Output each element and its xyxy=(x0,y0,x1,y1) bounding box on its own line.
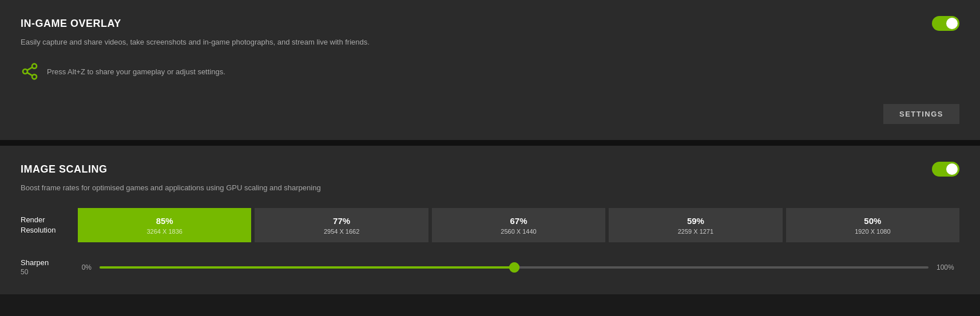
section-divider xyxy=(0,140,980,146)
sharpen-label-group: Sharpen 50 xyxy=(21,258,78,276)
overlay-header: IN-GAME OVERLAY xyxy=(21,16,959,31)
svg-line-4 xyxy=(27,67,32,70)
sharpen-slider-container: 0% 100% xyxy=(78,263,959,271)
res-option-0[interactable]: 85%3264 X 1836 xyxy=(78,208,251,242)
share-icon xyxy=(21,62,39,81)
image-scaling-section: IMAGE SCALING Boost frame rates for opti… xyxy=(0,146,980,294)
overlay-description: Easily capture and share videos, take sc… xyxy=(21,38,959,46)
render-resolution-row: Render Resolution 85%3264 X 183677%2954 … xyxy=(21,208,959,242)
sharpen-track-wrapper xyxy=(100,266,929,269)
res-percent-1: 77% xyxy=(333,216,350,226)
overlay-section: IN-GAME OVERLAY Easily capture and share… xyxy=(0,0,980,140)
sharpen-max-label: 100% xyxy=(937,263,959,271)
sharpen-label: Sharpen xyxy=(21,258,78,267)
res-option-2[interactable]: 67%2560 X 1440 xyxy=(432,208,605,242)
scaling-toggle[interactable] xyxy=(932,162,959,177)
res-dims-4: 1920 X 1080 xyxy=(855,228,890,235)
scaling-header: IMAGE SCALING xyxy=(21,162,959,177)
res-percent-3: 59% xyxy=(687,216,704,226)
svg-line-3 xyxy=(27,73,32,75)
res-dims-3: 2259 X 1271 xyxy=(678,228,713,235)
res-option-3[interactable]: 59%2259 X 1271 xyxy=(609,208,782,242)
res-percent-4: 50% xyxy=(864,216,881,226)
res-percent-2: 67% xyxy=(510,216,527,226)
overlay-toggle[interactable] xyxy=(932,16,959,31)
scaling-title: IMAGE SCALING xyxy=(21,163,108,175)
res-dims-1: 2954 X 1662 xyxy=(324,228,359,235)
settings-btn-wrapper: SETTINGS xyxy=(21,93,959,124)
res-percent-0: 85% xyxy=(156,216,173,226)
sharpen-value: 50 xyxy=(21,268,78,276)
sharpen-min-label: 0% xyxy=(78,263,92,271)
sharpen-row: Sharpen 50 0% 100% xyxy=(21,258,959,276)
render-resolution-label: Render Resolution xyxy=(21,215,78,235)
res-option-4[interactable]: 50%1920 X 1080 xyxy=(786,208,959,242)
res-dims-0: 3264 X 1836 xyxy=(147,228,182,235)
overlay-hint-text: Press Alt+Z to share your gameplay or ad… xyxy=(47,67,225,76)
resolution-options: 85%3264 X 183677%2954 X 166267%2560 X 14… xyxy=(78,208,959,242)
overlay-hint-container: Press Alt+Z to share your gameplay or ad… xyxy=(21,62,959,81)
res-dims-2: 2560 X 1440 xyxy=(501,228,536,235)
scaling-description: Boost frame rates for optimised games an… xyxy=(21,183,959,192)
sharpen-slider[interactable] xyxy=(100,266,929,269)
settings-button[interactable]: SETTINGS xyxy=(883,104,959,124)
overlay-title: IN-GAME OVERLAY xyxy=(21,18,121,30)
res-option-1[interactable]: 77%2954 X 1662 xyxy=(255,208,428,242)
